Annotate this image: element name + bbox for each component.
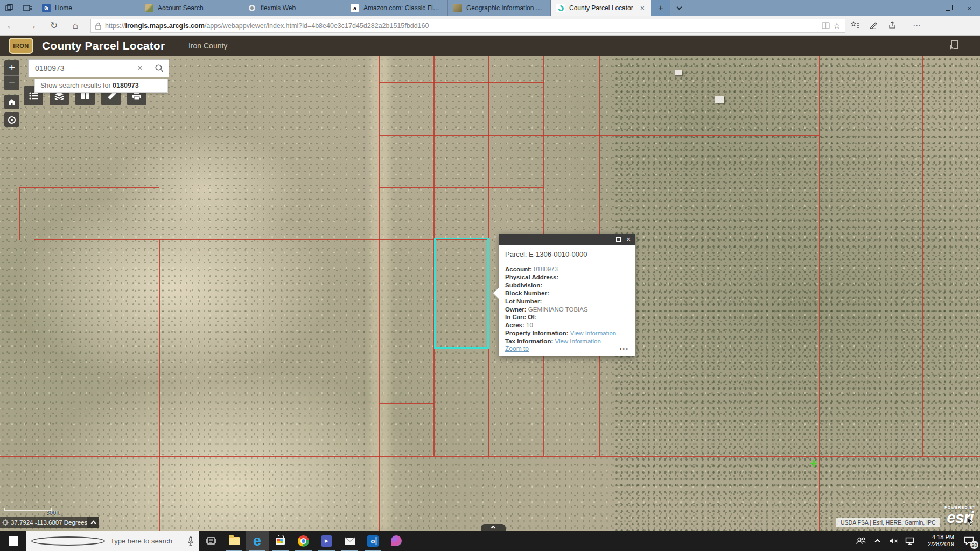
popup-titlebar: × xyxy=(499,234,635,245)
volume-muted-icon[interactable] xyxy=(885,537,901,545)
window-controls: – × xyxy=(915,0,980,16)
search-suggestion[interactable]: Show search results for 0180973 xyxy=(34,79,168,93)
parcel-line xyxy=(19,187,20,240)
system-tray: 4:18 PM 2/28/2019 20 xyxy=(853,531,980,551)
microsoft-store-icon xyxy=(276,538,285,545)
taskbar-outlook[interactable]: o xyxy=(361,531,384,551)
action-center-button[interactable]: 20 xyxy=(957,531,980,551)
forward-button[interactable]: → xyxy=(22,20,43,31)
map-vegetation-texture xyxy=(614,56,980,531)
taskbar-store[interactable] xyxy=(269,531,292,551)
taskbar-mail[interactable] xyxy=(338,531,361,551)
app-header: IRON County Parcel Locator Iron County xyxy=(0,36,980,56)
iron-county-logo: IRON xyxy=(9,38,33,54)
layers-icon xyxy=(54,91,64,100)
search-icon xyxy=(155,63,164,73)
refresh-button[interactable]: ↻ xyxy=(43,20,65,31)
map-attribution: USDA FSA | Esri, HERE, Garmin, IPC xyxy=(836,518,940,527)
taskbar-clock[interactable]: 4:18 PM 2/28/2019 xyxy=(921,534,954,548)
select-tool-icon[interactable] xyxy=(947,40,960,52)
hidden-icons-chevron[interactable] xyxy=(869,538,885,543)
microphone-icon[interactable] xyxy=(187,536,194,546)
selected-parcel-highlight[interactable] xyxy=(434,238,489,349)
tab-flexmls[interactable]: flexmls Web xyxy=(242,0,345,16)
more-options-icon[interactable]: ⋯ xyxy=(907,21,926,31)
tab-close-icon[interactable]: × xyxy=(639,4,646,12)
parcel-line xyxy=(19,187,159,188)
popup-field-row: Tax Information: View Information xyxy=(505,337,629,345)
tab-gis[interactable]: Geographic Information Sys xyxy=(448,0,551,16)
browser-address-bar: ← → ↻ ⌂ https://irongis.maps.arcgis.com/… xyxy=(0,16,980,36)
share-icon[interactable] xyxy=(888,21,907,31)
search-input[interactable] xyxy=(28,59,150,77)
close-button[interactable]: × xyxy=(958,0,980,16)
popup-maximize-icon[interactable] xyxy=(616,237,621,242)
tab-preview-icon[interactable] xyxy=(18,0,37,16)
new-tab-button[interactable]: + xyxy=(651,0,670,16)
outlook-icon: o xyxy=(367,535,379,547)
mail-icon xyxy=(345,537,355,545)
taskbar-paint3d[interactable] xyxy=(384,531,408,551)
chrome-icon xyxy=(298,535,309,547)
url-field[interactable]: https://irongis.maps.arcgis.com/apps/web… xyxy=(90,19,845,33)
crosshair-icon[interactable] xyxy=(0,519,11,526)
tab-amazon[interactable]: a Amazon.com: Classic Flame xyxy=(345,0,448,16)
attribute-table-toggle[interactable] xyxy=(481,524,506,531)
clock-date: 2/28/2019 xyxy=(921,541,954,548)
tab-account-search[interactable]: Account Search xyxy=(139,0,242,16)
popup-field-row: Property Information: View Information. xyxy=(505,329,629,337)
popup-close-icon[interactable]: × xyxy=(626,236,631,243)
popup-field-row: Subdivision: xyxy=(505,281,629,289)
taskbar-chrome[interactable] xyxy=(292,531,315,551)
coordinates-expand-button[interactable] xyxy=(87,517,99,528)
my-location-button[interactable] xyxy=(4,112,19,127)
popup-field-row: Account: 0180973 xyxy=(505,265,629,273)
task-view-button[interactable] xyxy=(199,531,222,551)
ink-pen-icon[interactable] xyxy=(870,21,888,31)
parcel-line xyxy=(0,456,980,457)
search-button[interactable] xyxy=(150,59,169,77)
map-canvas[interactable]: + − × Show search results for 0180973 xyxy=(0,56,980,531)
default-extent-button[interactable] xyxy=(4,95,19,109)
popup-field-row: Lot Number: xyxy=(505,298,629,306)
tax-information-link[interactable]: View Information xyxy=(555,338,600,344)
popup-fields: Account: 0180973 Physical Address: Subdi… xyxy=(505,262,629,345)
parcel-line xyxy=(34,239,488,240)
restore-button[interactable] xyxy=(937,0,958,16)
start-button[interactable] xyxy=(0,531,26,551)
parcel-line xyxy=(922,56,923,456)
popup-more-actions-icon[interactable]: ••• xyxy=(619,345,629,352)
tab-label: Account Search xyxy=(158,4,236,12)
clear-search-icon[interactable]: × xyxy=(135,63,145,73)
file-explorer-icon xyxy=(229,537,240,545)
zoom-out-button[interactable]: − xyxy=(4,75,19,90)
screen: 8i Home Account Search flexmls Web a Ama… xyxy=(0,0,980,551)
tab-list-button[interactable] xyxy=(670,0,688,16)
network-icon[interactable] xyxy=(901,537,918,545)
browser-home-button[interactable]: ⌂ xyxy=(65,20,86,31)
zoom-to-link[interactable]: Zoom to xyxy=(505,345,529,352)
property-information-link[interactable]: View Information. xyxy=(570,330,618,336)
coordinates-widget: 37.7924 -113.6807 Degrees xyxy=(0,517,99,528)
chevron-up-icon xyxy=(90,521,96,526)
zoom-in-button[interactable]: + xyxy=(4,60,19,75)
url-text: https://irongis.maps.arcgis.com/apps/web… xyxy=(105,22,818,30)
reading-view-icon[interactable] xyxy=(822,22,830,29)
tab-home[interactable]: 8i Home xyxy=(37,0,139,16)
taskbar-search-box[interactable]: Type here to search xyxy=(26,531,199,551)
popup-title: Parcel: E-1306-0010-0000 xyxy=(505,249,629,262)
parcel-info-popup: × Parcel: E-1306-0010-0000 Account: 0180… xyxy=(499,234,635,356)
back-button[interactable]: ← xyxy=(0,20,22,31)
popup-field-row: Owner: GEMINIANO TOBIAS xyxy=(505,306,629,314)
add-favorite-star-icon[interactable]: ☆ xyxy=(834,21,841,31)
minimize-button[interactable]: – xyxy=(915,0,937,16)
set-tabs-aside-icon[interactable] xyxy=(0,0,18,16)
taskbar-edge[interactable]: e xyxy=(246,531,269,551)
home-icon xyxy=(8,98,16,106)
taskbar-search-placeholder: Type here to search xyxy=(110,537,182,545)
tab-county-parcel-locator[interactable]: County Parcel Locator × xyxy=(551,0,651,16)
taskbar-movies-tv[interactable]: ▶ xyxy=(315,531,338,551)
favorites-hub-icon[interactable] xyxy=(851,21,870,31)
people-icon[interactable] xyxy=(853,537,869,545)
taskbar-file-explorer[interactable] xyxy=(222,531,246,551)
